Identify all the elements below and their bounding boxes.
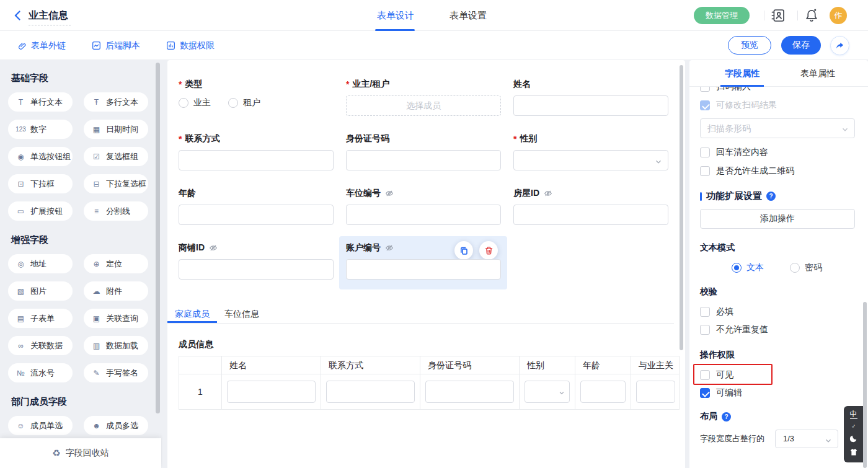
theme-shirt-icon[interactable] bbox=[849, 448, 858, 458]
radio-option-password[interactable]: 密码 bbox=[790, 262, 822, 273]
serial-number-icon: № bbox=[16, 369, 26, 377]
field-width-select[interactable]: 1/3 bbox=[775, 430, 838, 448]
field-house-id: 房屋ID bbox=[513, 188, 668, 225]
no-duplicate-option[interactable]: 不允许重复值 bbox=[700, 324, 768, 335]
field-item-divider-line[interactable]: ≡分割线 bbox=[84, 201, 148, 221]
gender-select[interactable] bbox=[513, 150, 668, 170]
tab-form-design[interactable]: 表单设计 bbox=[377, 0, 414, 31]
dark-mode-moon-icon[interactable] bbox=[849, 434, 858, 444]
help-question-icon[interactable] bbox=[766, 192, 776, 201]
field-item-signature[interactable]: ✎手写签名 bbox=[84, 363, 148, 382]
backend-script-link[interactable]: 后端脚本 bbox=[92, 40, 140, 51]
parking-no-input[interactable] bbox=[346, 205, 501, 225]
modify-scan-option[interactable]: 可修改扫码结果 bbox=[700, 100, 777, 111]
field-item-attachment[interactable]: ☁附件 bbox=[84, 281, 148, 301]
field-account-no-selected[interactable]: 账户编号 bbox=[346, 242, 501, 280]
field-item-member-single[interactable]: ☺成员单选 bbox=[8, 416, 73, 435]
field-item-serial-number[interactable]: №流水号 bbox=[8, 363, 73, 382]
radio-option-text[interactable]: 文本 bbox=[732, 262, 764, 273]
data-permission-link[interactable]: 数据权限 bbox=[166, 40, 215, 51]
radio-option-owner[interactable]: 业主 bbox=[179, 97, 211, 108]
checkbox-checked-icon bbox=[700, 388, 710, 398]
cell-relation-input[interactable] bbox=[636, 381, 675, 403]
share-button[interactable] bbox=[830, 36, 849, 55]
sidebar-scrollbar[interactable] bbox=[156, 63, 160, 413]
account-no-input[interactable] bbox=[346, 259, 501, 280]
tab-field-properties[interactable]: 字段属性 bbox=[720, 60, 764, 87]
tab-form-properties[interactable]: 表单属性 bbox=[796, 60, 839, 87]
tab-family-members[interactable]: 家庭成员 bbox=[167, 305, 217, 323]
field-item-dropdown[interactable]: ⊡下拉框 bbox=[8, 174, 73, 193]
scan-mode-select[interactable]: 扫描条形码 bbox=[700, 118, 855, 138]
field-item-radio-group[interactable]: ◉单选按钮组 bbox=[8, 147, 73, 166]
field-item-multi-line-text[interactable]: Ŧ多行文本 bbox=[84, 92, 148, 112]
field-recycle-bin[interactable]: ♻ 字段回收站 bbox=[0, 438, 161, 468]
data-manage-button[interactable]: 数据管理 bbox=[694, 7, 750, 24]
field-item-number[interactable]: 123数字 bbox=[8, 120, 73, 139]
active-tab-indicator bbox=[375, 29, 415, 31]
field-item-member-multi[interactable]: ☻成员多选 bbox=[84, 416, 148, 435]
link-icon bbox=[17, 41, 27, 50]
id-number-input[interactable] bbox=[346, 150, 501, 170]
address-book-icon[interactable] bbox=[771, 8, 786, 23]
form-external-link[interactable]: 表单外链 bbox=[17, 40, 66, 51]
field-item-label: 下拉框 bbox=[30, 179, 55, 190]
save-button[interactable]: 保存 bbox=[781, 36, 821, 55]
preview-button[interactable]: 预览 bbox=[728, 36, 771, 55]
cell-id-number-input[interactable] bbox=[425, 381, 514, 403]
field-item-address[interactable]: ◎地址 bbox=[8, 254, 73, 273]
back-button[interactable] bbox=[11, 9, 25, 22]
field-item-label: 定位 bbox=[106, 258, 122, 270]
name-input[interactable] bbox=[513, 95, 668, 116]
tab-parking-info[interactable]: 车位信息 bbox=[217, 305, 267, 323]
canvas-scrollbar[interactable] bbox=[680, 65, 683, 350]
gender-symbol-icon[interactable]: ♂ bbox=[851, 423, 856, 430]
radio-option-tenant[interactable]: 租户 bbox=[228, 97, 260, 108]
field-item-linked-data[interactable]: ∞关联数据 bbox=[8, 336, 73, 355]
member-picker[interactable]: 选择成员 bbox=[346, 95, 501, 116]
tab-form-settings[interactable]: 表单设置 bbox=[450, 0, 487, 31]
chevron-down-icon bbox=[825, 437, 832, 444]
table-cell bbox=[519, 374, 575, 409]
required-option[interactable]: 必填 bbox=[700, 306, 733, 317]
help-question-icon[interactable] bbox=[722, 412, 731, 422]
age-input[interactable] bbox=[179, 205, 334, 225]
language-toggle-icon[interactable]: 中 bbox=[850, 410, 857, 419]
shop-id-input[interactable] bbox=[179, 259, 334, 280]
field-item-single-line-text[interactable]: T单行文本 bbox=[8, 92, 73, 112]
field-item-subform[interactable]: ▤子表单 bbox=[8, 309, 73, 328]
cell-contact-input[interactable] bbox=[326, 381, 415, 403]
field-item-location[interactable]: ⊕定位 bbox=[84, 254, 148, 273]
field-item-data-load[interactable]: ▥数据加载 bbox=[84, 336, 148, 355]
divider-line-icon: ≡ bbox=[91, 207, 102, 216]
visible-option[interactable]: 可见 bbox=[700, 369, 733, 381]
subform-title: 成员信息 bbox=[179, 339, 213, 350]
editable-option[interactable]: 可编辑 bbox=[700, 387, 742, 399]
cell-gender-select[interactable] bbox=[525, 381, 570, 403]
clear-on-enter-option[interactable]: 回车清空内容 bbox=[700, 147, 768, 158]
section-title-basic-fields: 基础字段 bbox=[11, 73, 162, 84]
field-name: 姓名 bbox=[513, 79, 668, 116]
add-action-button[interactable]: 添加操作 bbox=[700, 209, 855, 229]
field-item-datetime[interactable]: ▦日期时间 bbox=[84, 120, 148, 139]
notification-bell-icon[interactable] bbox=[804, 8, 819, 23]
cell-age-input[interactable] bbox=[580, 381, 626, 403]
ext-settings-section-title: 功能扩展设置 bbox=[700, 190, 776, 202]
table-header-row: 姓名 联系方式 身份证号码 性别 年龄 与业主关 bbox=[179, 356, 679, 374]
avatar[interactable]: 作 bbox=[830, 7, 847, 24]
field-item-extend-button[interactable]: ▭扩展按钮 bbox=[8, 201, 73, 221]
field-item-image[interactable]: ▧图片 bbox=[8, 281, 73, 301]
field-item-linked-query[interactable]: ▣关联查询 bbox=[84, 309, 148, 328]
panel-scrollbar[interactable] bbox=[863, 302, 867, 468]
checkbox-icon bbox=[700, 148, 710, 157]
allow-qrcode-option[interactable]: 是否允许生成二维码 bbox=[700, 166, 794, 177]
field-label: *性别 bbox=[513, 133, 668, 144]
scan-input-option[interactable]: 扫码输入 bbox=[700, 87, 824, 92]
cell-name-input[interactable] bbox=[227, 381, 316, 403]
contact-input[interactable] bbox=[179, 150, 334, 170]
house-id-input[interactable] bbox=[513, 205, 668, 225]
field-item-checkbox-group[interactable]: ☑复选框组 bbox=[84, 147, 148, 166]
field-item-dropdown-multi[interactable]: ⊟下拉复选框 bbox=[84, 174, 148, 193]
subform-tabs: 家庭成员 车位信息 bbox=[167, 305, 674, 324]
required-mark: * bbox=[346, 79, 349, 89]
